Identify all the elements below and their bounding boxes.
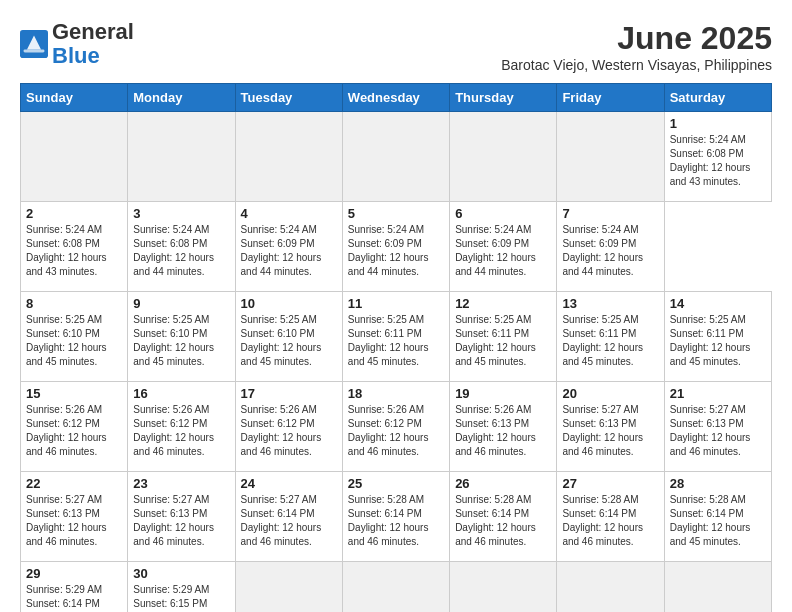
calendar-cell: 4 Sunrise: 5:24 AMSunset: 6:09 PMDayligh…: [235, 202, 342, 292]
day-info: Sunrise: 5:29 AMSunset: 6:15 PMDaylight:…: [133, 583, 229, 612]
calendar-cell: 30 Sunrise: 5:29 AMSunset: 6:15 PMDaylig…: [128, 562, 235, 613]
calendar-cell: [342, 562, 449, 613]
calendar-cell: 26 Sunrise: 5:28 AMSunset: 6:14 PMDaylig…: [450, 472, 557, 562]
subtitle: Barotac Viejo, Western Visayas, Philippi…: [501, 57, 772, 73]
calendar-cell: 21 Sunrise: 5:27 AMSunset: 6:13 PMDaylig…: [664, 382, 771, 472]
logo-general: General: [52, 19, 134, 44]
day-info: Sunrise: 5:25 AMSunset: 6:11 PMDaylight:…: [455, 313, 551, 369]
calendar-cell: 1 Sunrise: 5:24 AMSunset: 6:08 PMDayligh…: [664, 112, 771, 202]
day-number: 7: [562, 206, 658, 221]
day-info: Sunrise: 5:28 AMSunset: 6:14 PMDaylight:…: [670, 493, 766, 549]
calendar-cell: 16 Sunrise: 5:26 AMSunset: 6:12 PMDaylig…: [128, 382, 235, 472]
col-header-sunday: Sunday: [21, 84, 128, 112]
col-header-wednesday: Wednesday: [342, 84, 449, 112]
calendar-cell: 17 Sunrise: 5:26 AMSunset: 6:12 PMDaylig…: [235, 382, 342, 472]
day-info: Sunrise: 5:27 AMSunset: 6:14 PMDaylight:…: [241, 493, 337, 549]
day-number: 23: [133, 476, 229, 491]
day-number: 21: [670, 386, 766, 401]
calendar-cell: 25 Sunrise: 5:28 AMSunset: 6:14 PMDaylig…: [342, 472, 449, 562]
day-info: Sunrise: 5:24 AMSunset: 6:08 PMDaylight:…: [133, 223, 229, 279]
day-info: Sunrise: 5:25 AMSunset: 6:10 PMDaylight:…: [133, 313, 229, 369]
title-block: June 2025 Barotac Viejo, Western Visayas…: [501, 20, 772, 73]
day-info: Sunrise: 5:24 AMSunset: 6:09 PMDaylight:…: [348, 223, 444, 279]
calendar-cell: [450, 562, 557, 613]
day-number: 5: [348, 206, 444, 221]
logo: General Blue: [20, 20, 134, 68]
day-number: 29: [26, 566, 122, 581]
col-header-friday: Friday: [557, 84, 664, 112]
calendar-week-row: 29 Sunrise: 5:29 AMSunset: 6:14 PMDaylig…: [21, 562, 772, 613]
day-info: Sunrise: 5:26 AMSunset: 6:12 PMDaylight:…: [348, 403, 444, 459]
day-number: 18: [348, 386, 444, 401]
calendar-table: SundayMondayTuesdayWednesdayThursdayFrid…: [20, 83, 772, 612]
day-number: 15: [26, 386, 122, 401]
col-header-saturday: Saturday: [664, 84, 771, 112]
day-number: 28: [670, 476, 766, 491]
day-info: Sunrise: 5:24 AMSunset: 6:08 PMDaylight:…: [26, 223, 122, 279]
day-number: 30: [133, 566, 229, 581]
day-info: Sunrise: 5:25 AMSunset: 6:10 PMDaylight:…: [241, 313, 337, 369]
calendar-cell-empty: [342, 112, 449, 202]
calendar-cell-empty: [450, 112, 557, 202]
day-number: 10: [241, 296, 337, 311]
calendar-cell: 22 Sunrise: 5:27 AMSunset: 6:13 PMDaylig…: [21, 472, 128, 562]
calendar-cell: 3 Sunrise: 5:24 AMSunset: 6:08 PMDayligh…: [128, 202, 235, 292]
calendar-cell: 6 Sunrise: 5:24 AMSunset: 6:09 PMDayligh…: [450, 202, 557, 292]
calendar-cell: 11 Sunrise: 5:25 AMSunset: 6:11 PMDaylig…: [342, 292, 449, 382]
day-info: Sunrise: 5:28 AMSunset: 6:14 PMDaylight:…: [348, 493, 444, 549]
calendar-cell-empty: [21, 112, 128, 202]
day-number: 4: [241, 206, 337, 221]
day-info: Sunrise: 5:24 AMSunset: 6:08 PMDaylight:…: [670, 133, 766, 189]
day-number: 26: [455, 476, 551, 491]
day-number: 25: [348, 476, 444, 491]
calendar-header-row: SundayMondayTuesdayWednesdayThursdayFrid…: [21, 84, 772, 112]
calendar-cell: 28 Sunrise: 5:28 AMSunset: 6:14 PMDaylig…: [664, 472, 771, 562]
day-number: 1: [670, 116, 766, 131]
calendar-cell: 2 Sunrise: 5:24 AMSunset: 6:08 PMDayligh…: [21, 202, 128, 292]
logo-text: General Blue: [52, 20, 134, 68]
calendar-cell: 7 Sunrise: 5:24 AMSunset: 6:09 PMDayligh…: [557, 202, 664, 292]
page-header: General Blue June 2025 Barotac Viejo, We…: [20, 20, 772, 73]
day-info: Sunrise: 5:27 AMSunset: 6:13 PMDaylight:…: [133, 493, 229, 549]
logo-blue: Blue: [52, 43, 100, 68]
day-number: 11: [348, 296, 444, 311]
day-number: 22: [26, 476, 122, 491]
col-header-thursday: Thursday: [450, 84, 557, 112]
day-info: Sunrise: 5:25 AMSunset: 6:11 PMDaylight:…: [562, 313, 658, 369]
calendar-cell: 19 Sunrise: 5:26 AMSunset: 6:13 PMDaylig…: [450, 382, 557, 472]
logo-icon: [20, 30, 48, 58]
day-number: 19: [455, 386, 551, 401]
calendar-cell-empty: [128, 112, 235, 202]
day-number: 9: [133, 296, 229, 311]
day-info: Sunrise: 5:26 AMSunset: 6:12 PMDaylight:…: [26, 403, 122, 459]
day-number: 14: [670, 296, 766, 311]
calendar-cell: [557, 562, 664, 613]
day-number: 3: [133, 206, 229, 221]
calendar-cell: 12 Sunrise: 5:25 AMSunset: 6:11 PMDaylig…: [450, 292, 557, 382]
col-header-tuesday: Tuesday: [235, 84, 342, 112]
calendar-week-row: 8 Sunrise: 5:25 AMSunset: 6:10 PMDayligh…: [21, 292, 772, 382]
calendar-week-row: 1 Sunrise: 5:24 AMSunset: 6:08 PMDayligh…: [21, 112, 772, 202]
day-info: Sunrise: 5:26 AMSunset: 6:12 PMDaylight:…: [133, 403, 229, 459]
day-number: 13: [562, 296, 658, 311]
day-info: Sunrise: 5:25 AMSunset: 6:11 PMDaylight:…: [670, 313, 766, 369]
day-number: 8: [26, 296, 122, 311]
calendar-cell-empty: [557, 112, 664, 202]
day-number: 6: [455, 206, 551, 221]
day-info: Sunrise: 5:25 AMSunset: 6:10 PMDaylight:…: [26, 313, 122, 369]
col-header-monday: Monday: [128, 84, 235, 112]
day-number: 27: [562, 476, 658, 491]
day-info: Sunrise: 5:28 AMSunset: 6:14 PMDaylight:…: [562, 493, 658, 549]
calendar-cell: 20 Sunrise: 5:27 AMSunset: 6:13 PMDaylig…: [557, 382, 664, 472]
calendar-cell: 14 Sunrise: 5:25 AMSunset: 6:11 PMDaylig…: [664, 292, 771, 382]
day-info: Sunrise: 5:26 AMSunset: 6:13 PMDaylight:…: [455, 403, 551, 459]
day-info: Sunrise: 5:24 AMSunset: 6:09 PMDaylight:…: [455, 223, 551, 279]
calendar-cell: 15 Sunrise: 5:26 AMSunset: 6:12 PMDaylig…: [21, 382, 128, 472]
calendar-cell: 13 Sunrise: 5:25 AMSunset: 6:11 PMDaylig…: [557, 292, 664, 382]
calendar-cell-empty: [235, 112, 342, 202]
calendar-cell: [664, 562, 771, 613]
calendar-cell: 5 Sunrise: 5:24 AMSunset: 6:09 PMDayligh…: [342, 202, 449, 292]
day-number: 24: [241, 476, 337, 491]
calendar-cell: 23 Sunrise: 5:27 AMSunset: 6:13 PMDaylig…: [128, 472, 235, 562]
day-info: Sunrise: 5:26 AMSunset: 6:12 PMDaylight:…: [241, 403, 337, 459]
